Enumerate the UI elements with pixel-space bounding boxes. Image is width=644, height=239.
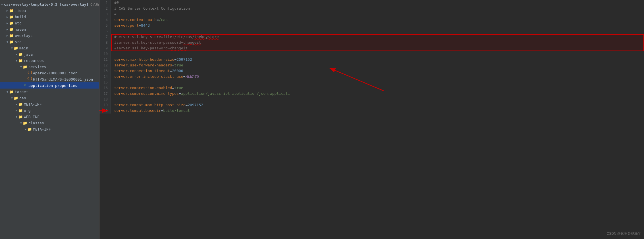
- tree-label-meta-inf: META-INF: [24, 102, 42, 106]
- icon-main: 📁: [14, 46, 18, 50]
- line-number-15: 15: [99, 79, 111, 85]
- tree-arrow-meta-inf2[interactable]: [24, 128, 27, 131]
- code-line-3: 3#: [99, 11, 644, 17]
- tree-item-meta-inf[interactable]: 📁META-INF: [0, 101, 99, 107]
- line-content-11[interactable]: server.max-http-header-size=2097152: [111, 57, 644, 62]
- icon-meta-inf: 📁: [18, 102, 23, 106]
- tree-item-overlays[interactable]: 📁overlays: [0, 32, 99, 39]
- line-number-9: 9: [99, 45, 111, 51]
- line-content-18[interactable]: [111, 97, 644, 102]
- line-content-5[interactable]: server.port=8443: [111, 23, 644, 28]
- tree-label-services: services: [28, 65, 46, 69]
- line-content-19[interactable]: server.tomcat.max-http-post-size=2097152: [111, 102, 644, 108]
- ssl-highlight-box: 7#server.ssl.key-store=file:/etc/cas/the…: [99, 34, 644, 51]
- tree-label-application: application.properties: [28, 83, 77, 88]
- code-line-7: 7#server.ssl.key-store=file:/etc/cas/the…: [99, 34, 644, 40]
- tree-arrow-java[interactable]: [15, 53, 18, 56]
- code-line-6: 6: [99, 28, 644, 34]
- tree-item-target[interactable]: 📁target: [0, 89, 99, 95]
- line-content-20[interactable]: server.tomcat.basedir=build/tomcat: [111, 108, 644, 114]
- tree-label-resources: resources: [24, 58, 44, 63]
- tree-item-cas-overlay[interactable]: cas-overlay-template-5.3 [cas-overlay] C…: [0, 1, 99, 7]
- line-content-4[interactable]: server.context-path=/cas: [111, 17, 644, 23]
- tree-item-web-inf[interactable]: 📁WEB-INF: [0, 114, 99, 120]
- line-number-10: 10: [99, 51, 111, 57]
- tree-item-services[interactable]: 📁services: [0, 64, 99, 70]
- tree-label-org: org: [24, 108, 30, 113]
- line-number-5: 5: [99, 23, 111, 28]
- icon-httpsandimaps: { }: [27, 77, 32, 81]
- tree-item-resources[interactable]: 📁resources: [0, 57, 99, 64]
- tree-arrow-target[interactable]: [6, 90, 9, 93]
- tree-arrow-idea[interactable]: [6, 9, 9, 12]
- line-content-14[interactable]: server.error.include-stacktrace=ALWAYS: [111, 74, 644, 79]
- line-content-15[interactable]: [111, 79, 644, 85]
- line-content-10[interactable]: [111, 51, 644, 57]
- tree-label-cas: cas: [19, 96, 26, 100]
- line-number-4: 4: [99, 17, 111, 23]
- line-content-12[interactable]: server.use-forward-headers=true: [111, 62, 644, 68]
- code-line-15: 15: [99, 79, 644, 85]
- icon-application: ⚙: [23, 83, 27, 88]
- tree-arrow-overlays[interactable]: [6, 34, 9, 37]
- line-number-18: 18: [99, 97, 111, 102]
- line-content-8[interactable]: #server.ssl.key-store-password=changeit: [111, 40, 644, 45]
- tree-arrow-org[interactable]: [15, 109, 18, 112]
- code-content[interactable]: 1##2# CAS Server Context Configuration3#…: [99, 0, 644, 239]
- tree-label-build: build: [15, 15, 26, 19]
- line-content-2[interactable]: # CAS Server Context Configuration: [111, 6, 644, 11]
- tree-item-classes[interactable]: 📁classes: [0, 120, 99, 126]
- tree-arrow-meta-inf[interactable]: [15, 103, 18, 106]
- tree-item-application[interactable]: ⚙application.properties: [0, 82, 99, 89]
- icon-maven: 📁: [9, 27, 14, 32]
- code-line-2: 2# CAS Server Context Configuration: [99, 6, 644, 11]
- tree-item-main[interactable]: 📁main: [0, 45, 99, 51]
- tree-arrow-main[interactable]: [10, 47, 14, 50]
- tree-arrow-src[interactable]: [6, 40, 9, 43]
- tree-label-maven: maven: [15, 27, 26, 32]
- tree-item-src[interactable]: 📁src: [0, 39, 99, 45]
- line-content-6[interactable]: [111, 28, 644, 34]
- line-number-2: 2: [99, 6, 111, 11]
- tree-item-meta-inf2[interactable]: 📁META-INF: [0, 126, 99, 132]
- tree-arrow-services[interactable]: [19, 65, 23, 68]
- code-line-14: 14server.error.include-stacktrace=ALWAYS: [99, 74, 644, 79]
- file-tree[interactable]: cas-overlay-template-5.3 [cas-overlay] C…: [0, 0, 99, 239]
- tree-item-maven[interactable]: 📁maven: [0, 26, 99, 32]
- line-content-13[interactable]: server.connection-timeout=20000: [111, 68, 644, 74]
- tree-arrow-classes[interactable]: [19, 121, 23, 125]
- icon-org: 📁: [18, 108, 23, 113]
- tree-item-idea[interactable]: 📁.idea: [0, 7, 99, 14]
- tree-item-java[interactable]: 📁java: [0, 51, 99, 57]
- tree-arrow-build[interactable]: [6, 15, 9, 18]
- tree-label-java: java: [24, 52, 33, 56]
- tree-item-apereo[interactable]: { }Apereo-10000002.json: [0, 70, 99, 76]
- tree-item-etc[interactable]: 📁etc: [0, 20, 99, 26]
- line-content-9[interactable]: #server.ssl.key-password=changeit: [111, 45, 644, 51]
- line-content-7[interactable]: #server.ssl.key-store=file:/etc/cas/thek…: [111, 34, 644, 40]
- line-number-11: 11: [99, 57, 111, 62]
- code-line-17: 17server.compression.mime-types=applicat…: [99, 91, 644, 97]
- tree-item-httpsandimaps[interactable]: { }HTTPSandIMAPS-10000001.json: [0, 76, 99, 82]
- line-content-17[interactable]: server.compression.mime-types=applicatio…: [111, 91, 644, 97]
- tree-item-org[interactable]: 📁org: [0, 107, 99, 114]
- tree-arrow-maven[interactable]: [6, 28, 9, 31]
- icon-etc: 📁: [9, 21, 14, 25]
- line-content-3[interactable]: #: [111, 11, 644, 17]
- tree-item-cas[interactable]: 📁cas: [0, 95, 99, 101]
- code-line-9: 9#server.ssl.key-password=changeit: [99, 45, 644, 51]
- tree-arrow-resources[interactable]: [15, 59, 18, 62]
- icon-idea: 📁: [9, 8, 14, 13]
- line-content-16[interactable]: server.compression.enabled=true: [111, 85, 644, 91]
- code-line-10: 10: [99, 51, 644, 57]
- tree-arrow-cas[interactable]: [10, 97, 14, 100]
- tree-label-target: target: [15, 90, 28, 94]
- tree-item-build[interactable]: 📁build: [0, 14, 99, 20]
- icon-target: 📁: [9, 89, 14, 94]
- line-number-17: 17: [99, 91, 111, 97]
- tree-arrow-cas-overlay[interactable]: [1, 3, 3, 6]
- line-content-1[interactable]: ##: [111, 0, 644, 6]
- line-number-12: 12: [99, 62, 111, 68]
- tree-arrow-etc[interactable]: [6, 22, 9, 25]
- tree-arrow-web-inf[interactable]: [15, 115, 18, 118]
